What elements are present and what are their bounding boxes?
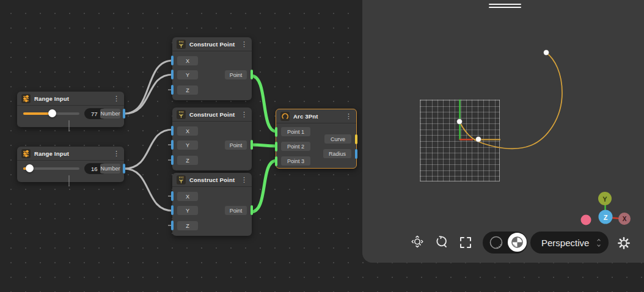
input-port-x[interactable] <box>171 56 174 65</box>
arc-curve <box>459 53 562 148</box>
output-port-point[interactable] <box>251 140 253 150</box>
input-y-button[interactable]: Y <box>177 206 198 215</box>
wireframe-mode-icon[interactable] <box>489 235 503 250</box>
wire-range2-to-cp2-x[interactable] <box>124 130 173 169</box>
output-port-number[interactable] <box>123 109 125 119</box>
input-port-z[interactable] <box>171 85 174 95</box>
output-port-number[interactable] <box>123 164 125 173</box>
output-radius-button[interactable]: Radius <box>323 149 351 158</box>
xyz-merge-icon: XYZ <box>177 40 186 49</box>
output-point-button[interactable]: Point <box>225 70 247 79</box>
output-number-button[interactable]: Number <box>100 109 120 119</box>
kebab-menu-icon[interactable]: ⋮ <box>241 177 247 183</box>
node-range-input-2[interactable]: Range Input ⋮ 16 Number <box>17 147 124 182</box>
input-z-button[interactable]: Z <box>177 221 198 230</box>
collapse-chevron-icon[interactable] <box>68 120 73 125</box>
output-number-button[interactable]: Number <box>100 164 120 173</box>
wire-cp2-to-arc-point2[interactable] <box>251 145 276 146</box>
input-port-z[interactable] <box>171 155 174 165</box>
control-point-3 <box>476 137 481 142</box>
kebab-menu-icon[interactable]: ⋮ <box>345 113 352 120</box>
node-header[interactable]: Range Input ⋮ <box>17 92 124 106</box>
wire-range1-to-cp1-y[interactable] <box>124 75 173 114</box>
input-point3-button[interactable]: Point 3 <box>281 156 310 166</box>
viewport-panel: Y Z X <box>362 0 644 263</box>
gizmo-z-label: Z <box>604 214 608 221</box>
input-port-y[interactable] <box>171 140 174 150</box>
camera-mode-label: Perspective <box>530 238 589 248</box>
input-x-button[interactable]: X <box>177 126 198 136</box>
node-arc-3pnt[interactable]: Arc 3Pnt ⋮ Point 1 Point 2 Point 3 Curve… <box>276 109 357 169</box>
pan-zoom-icon[interactable] <box>410 235 425 250</box>
gizmo-neg-x-ball[interactable] <box>581 215 591 225</box>
node-title: Construct Point <box>189 111 235 118</box>
kebab-menu-icon[interactable]: ⋮ <box>113 150 120 157</box>
output-curve-button[interactable]: Curve <box>324 134 351 144</box>
node-header[interactable]: XYZ Construct Point ⋮ <box>172 173 252 187</box>
slider-knob[interactable] <box>48 109 56 117</box>
control-point-1 <box>544 50 549 56</box>
xyz-merge-icon: XYZ <box>177 110 186 119</box>
node-construct-point-3[interactable]: XYZ Construct Point ⋮ X Y Z Point <box>172 173 252 236</box>
input-port-point1[interactable] <box>275 127 277 137</box>
slider-fill <box>23 112 52 115</box>
orbit-view-icon[interactable] <box>434 235 448 249</box>
sliders-icon <box>21 149 31 158</box>
output-point-button[interactable]: Point <box>225 141 247 150</box>
node-title: Construct Point <box>189 41 235 48</box>
input-z-button[interactable]: Z <box>177 156 198 165</box>
node-header[interactable]: Arc 3Pnt ⋮ <box>276 109 356 123</box>
camera-mode-dropdown[interactable]: Perspective <box>530 232 609 254</box>
settings-gear-icon[interactable] <box>617 236 631 250</box>
node-header[interactable]: Range Input ⋮ <box>17 147 124 161</box>
shading-mode-toggle[interactable] <box>483 232 527 254</box>
output-point-button[interactable]: Point <box>225 206 247 215</box>
slider-knob[interactable] <box>26 164 34 172</box>
input-port-y[interactable] <box>171 70 174 79</box>
dropdown-chevrons-icon <box>598 239 600 246</box>
collapse-chevron-icon[interactable] <box>68 175 73 180</box>
xyz-merge-icon: XYZ <box>177 175 186 184</box>
input-y-button[interactable]: Y <box>177 141 198 150</box>
value-text: 77 <box>91 111 98 117</box>
node-title: Arc 3Pnt <box>293 113 318 120</box>
kebab-menu-icon[interactable]: ⋮ <box>113 95 120 102</box>
gizmo-y-label: Y <box>602 195 607 203</box>
input-port-x[interactable] <box>171 191 174 201</box>
node-header[interactable]: XYZ Construct Point ⋮ <box>172 37 252 51</box>
wire-cp1-to-arc-point1[interactable] <box>251 76 276 131</box>
svg-text:XYZ: XYZ <box>179 111 184 114</box>
input-z-button[interactable]: Z <box>177 86 198 95</box>
input-point1-button[interactable]: Point 1 <box>281 127 310 136</box>
input-port-z[interactable] <box>171 221 174 230</box>
input-port-x[interactable] <box>171 126 174 136</box>
input-point2-button[interactable]: Point 2 <box>281 142 310 151</box>
output-port-radius[interactable] <box>355 149 357 159</box>
input-port-y[interactable] <box>171 205 174 215</box>
input-x-button[interactable]: X <box>177 192 198 201</box>
input-port-point2[interactable] <box>275 142 277 151</box>
node-construct-point-2[interactable]: XYZ Construct Point ⋮ X Y Z Point <box>172 108 252 170</box>
output-port-point[interactable] <box>251 205 253 215</box>
node-range-input-1[interactable]: Range Input ⋮ 77 Number <box>17 92 124 127</box>
svg-text:XYZ: XYZ <box>179 40 184 43</box>
node-header[interactable]: XYZ Construct Point ⋮ <box>172 108 252 122</box>
output-port-curve[interactable] <box>355 134 357 144</box>
svg-text:XYZ: XYZ <box>179 176 184 179</box>
shaded-mode-icon[interactable] <box>508 233 527 252</box>
input-y-button[interactable]: Y <box>177 70 198 79</box>
node-title: Construct Point <box>189 177 235 183</box>
output-port-point[interactable] <box>251 70 253 79</box>
input-port-point3[interactable] <box>275 156 277 166</box>
control-point-2 <box>457 119 463 125</box>
wire-cp3-to-arc-point3[interactable] <box>251 161 276 212</box>
value-text: 16 <box>91 166 98 172</box>
fit-view-icon[interactable] <box>458 235 473 250</box>
wire-range2-to-cp3-y[interactable] <box>124 169 173 211</box>
node-construct-point-1[interactable]: XYZ Construct Point ⋮ X Y Z Point <box>172 37 252 100</box>
kebab-menu-icon[interactable]: ⋮ <box>241 41 247 48</box>
kebab-menu-icon[interactable]: ⋮ <box>241 111 247 118</box>
arc-icon <box>280 112 290 121</box>
wire-range1-to-cp1-x[interactable] <box>124 60 173 114</box>
input-x-button[interactable]: X <box>177 56 198 65</box>
